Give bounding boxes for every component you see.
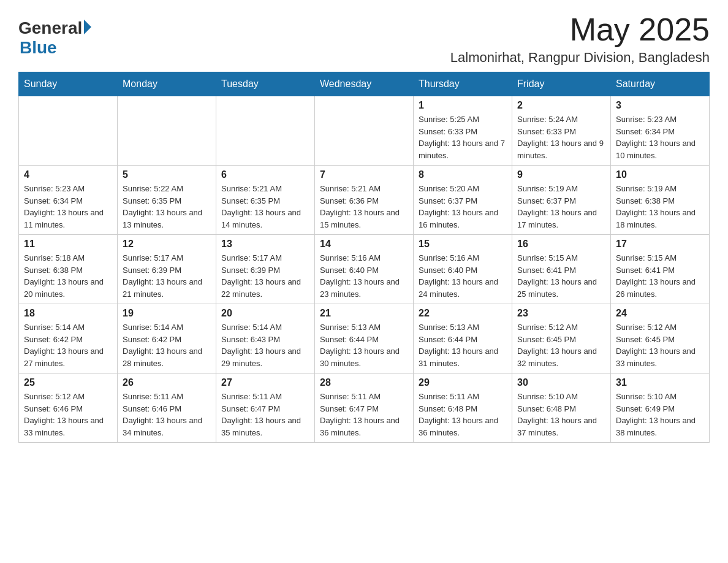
calendar-cell <box>118 96 216 166</box>
weekday-header-saturday: Saturday <box>611 72 710 96</box>
day-number: 2 <box>517 100 605 111</box>
calendar-cell: 26Sunrise: 5:11 AMSunset: 6:46 PMDayligh… <box>118 373 216 443</box>
day-info: Sunrise: 5:12 AMSunset: 6:45 PMDaylight:… <box>517 321 605 369</box>
day-number: 7 <box>320 169 408 180</box>
day-info: Sunrise: 5:18 AMSunset: 6:38 PMDaylight:… <box>24 252 112 300</box>
day-info: Sunrise: 5:19 AMSunset: 6:38 PMDaylight:… <box>616 183 704 231</box>
day-number: 20 <box>221 308 309 319</box>
day-number: 17 <box>616 239 704 250</box>
weekday-header-sunday: Sunday <box>19 72 118 96</box>
day-info: Sunrise: 5:24 AMSunset: 6:33 PMDaylight:… <box>517 113 605 161</box>
day-number: 16 <box>517 239 605 250</box>
day-info: Sunrise: 5:12 AMSunset: 6:45 PMDaylight:… <box>616 321 704 369</box>
day-info: Sunrise: 5:11 AMSunset: 6:48 PMDaylight:… <box>419 391 507 439</box>
calendar-cell: 10Sunrise: 5:19 AMSunset: 6:38 PMDayligh… <box>611 166 710 235</box>
logo-arrow-icon <box>84 20 91 34</box>
day-info: Sunrise: 5:23 AMSunset: 6:34 PMDaylight:… <box>24 183 112 231</box>
calendar-cell: 9Sunrise: 5:19 AMSunset: 6:37 PMDaylight… <box>512 166 611 235</box>
calendar-cell: 28Sunrise: 5:11 AMSunset: 6:47 PMDayligh… <box>315 373 414 443</box>
day-info: Sunrise: 5:22 AMSunset: 6:35 PMDaylight:… <box>123 183 211 231</box>
weekday-header-monday: Monday <box>118 72 216 96</box>
day-number: 13 <box>221 239 309 250</box>
calendar-cell: 23Sunrise: 5:12 AMSunset: 6:45 PMDayligh… <box>512 304 611 373</box>
calendar-cell: 11Sunrise: 5:18 AMSunset: 6:38 PMDayligh… <box>19 235 118 304</box>
day-info: Sunrise: 5:17 AMSunset: 6:39 PMDaylight:… <box>123 252 211 300</box>
calendar-week-5: 25Sunrise: 5:12 AMSunset: 6:46 PMDayligh… <box>19 373 710 443</box>
calendar-cell: 4Sunrise: 5:23 AMSunset: 6:34 PMDaylight… <box>19 166 118 235</box>
calendar-cell: 20Sunrise: 5:14 AMSunset: 6:43 PMDayligh… <box>216 304 315 373</box>
day-info: Sunrise: 5:25 AMSunset: 6:33 PMDaylight:… <box>419 113 507 161</box>
day-number: 14 <box>320 239 408 250</box>
weekday-header-row: SundayMondayTuesdayWednesdayThursdayFrid… <box>19 72 710 96</box>
page-header: General Blue May 2025 Lalmonirhat, Rangp… <box>18 12 710 66</box>
day-number: 6 <box>221 169 309 180</box>
day-info: Sunrise: 5:13 AMSunset: 6:44 PMDaylight:… <box>419 321 507 369</box>
day-number: 9 <box>517 169 605 180</box>
calendar-week-2: 4Sunrise: 5:23 AMSunset: 6:34 PMDaylight… <box>19 166 710 235</box>
calendar-cell: 14Sunrise: 5:16 AMSunset: 6:40 PMDayligh… <box>315 235 414 304</box>
calendar-cell: 22Sunrise: 5:13 AMSunset: 6:44 PMDayligh… <box>414 304 512 373</box>
day-number: 1 <box>419 100 507 111</box>
day-info: Sunrise: 5:12 AMSunset: 6:46 PMDaylight:… <box>24 391 112 439</box>
calendar-cell: 3Sunrise: 5:23 AMSunset: 6:34 PMDaylight… <box>611 96 710 166</box>
day-number: 4 <box>24 169 112 180</box>
calendar-week-4: 18Sunrise: 5:14 AMSunset: 6:42 PMDayligh… <box>19 304 710 373</box>
day-number: 22 <box>419 308 507 319</box>
day-number: 8 <box>419 169 507 180</box>
calendar-cell: 25Sunrise: 5:12 AMSunset: 6:46 PMDayligh… <box>19 373 118 443</box>
calendar-cell: 19Sunrise: 5:14 AMSunset: 6:42 PMDayligh… <box>118 304 216 373</box>
calendar-cell: 2Sunrise: 5:24 AMSunset: 6:33 PMDaylight… <box>512 96 611 166</box>
day-number: 25 <box>24 377 112 388</box>
day-info: Sunrise: 5:23 AMSunset: 6:34 PMDaylight:… <box>616 113 704 161</box>
calendar-cell: 31Sunrise: 5:10 AMSunset: 6:49 PMDayligh… <box>611 373 710 443</box>
day-info: Sunrise: 5:10 AMSunset: 6:49 PMDaylight:… <box>616 391 704 439</box>
day-number: 18 <box>24 308 112 319</box>
weekday-header-thursday: Thursday <box>414 72 512 96</box>
calendar-cell: 15Sunrise: 5:16 AMSunset: 6:40 PMDayligh… <box>414 235 512 304</box>
calendar-cell: 21Sunrise: 5:13 AMSunset: 6:44 PMDayligh… <box>315 304 414 373</box>
calendar-cell: 17Sunrise: 5:15 AMSunset: 6:41 PMDayligh… <box>611 235 710 304</box>
day-info: Sunrise: 5:11 AMSunset: 6:47 PMDaylight:… <box>221 391 309 439</box>
day-number: 28 <box>320 377 408 388</box>
day-number: 21 <box>320 308 408 319</box>
calendar-cell: 1Sunrise: 5:25 AMSunset: 6:33 PMDaylight… <box>414 96 512 166</box>
day-info: Sunrise: 5:10 AMSunset: 6:48 PMDaylight:… <box>517 391 605 439</box>
day-info: Sunrise: 5:14 AMSunset: 6:42 PMDaylight:… <box>123 321 211 369</box>
day-info: Sunrise: 5:13 AMSunset: 6:44 PMDaylight:… <box>320 321 408 369</box>
day-number: 19 <box>123 308 211 319</box>
day-info: Sunrise: 5:19 AMSunset: 6:37 PMDaylight:… <box>517 183 605 231</box>
calendar-cell <box>315 96 414 166</box>
day-number: 10 <box>616 169 704 180</box>
weekday-header-wednesday: Wednesday <box>315 72 414 96</box>
calendar-cell: 12Sunrise: 5:17 AMSunset: 6:39 PMDayligh… <box>118 235 216 304</box>
day-info: Sunrise: 5:21 AMSunset: 6:35 PMDaylight:… <box>221 183 309 231</box>
day-info: Sunrise: 5:17 AMSunset: 6:39 PMDaylight:… <box>221 252 309 300</box>
calendar-cell: 30Sunrise: 5:10 AMSunset: 6:48 PMDayligh… <box>512 373 611 443</box>
calendar-body: 1Sunrise: 5:25 AMSunset: 6:33 PMDaylight… <box>19 96 710 443</box>
day-info: Sunrise: 5:15 AMSunset: 6:41 PMDaylight:… <box>616 252 704 300</box>
day-number: 15 <box>419 239 507 250</box>
day-number: 26 <box>123 377 211 388</box>
calendar-cell: 27Sunrise: 5:11 AMSunset: 6:47 PMDayligh… <box>216 373 315 443</box>
day-number: 23 <box>517 308 605 319</box>
calendar-table: SundayMondayTuesdayWednesdayThursdayFrid… <box>18 72 710 443</box>
location-title: Lalmonirhat, Rangpur Division, Banglades… <box>450 50 710 66</box>
calendar-cell: 24Sunrise: 5:12 AMSunset: 6:45 PMDayligh… <box>611 304 710 373</box>
day-info: Sunrise: 5:15 AMSunset: 6:41 PMDaylight:… <box>517 252 605 300</box>
day-info: Sunrise: 5:20 AMSunset: 6:37 PMDaylight:… <box>419 183 507 231</box>
calendar-cell: 18Sunrise: 5:14 AMSunset: 6:42 PMDayligh… <box>19 304 118 373</box>
day-number: 5 <box>123 169 211 180</box>
calendar-cell: 13Sunrise: 5:17 AMSunset: 6:39 PMDayligh… <box>216 235 315 304</box>
day-info: Sunrise: 5:16 AMSunset: 6:40 PMDaylight:… <box>320 252 408 300</box>
calendar-cell <box>19 96 118 166</box>
calendar-cell: 6Sunrise: 5:21 AMSunset: 6:35 PMDaylight… <box>216 166 315 235</box>
day-info: Sunrise: 5:21 AMSunset: 6:36 PMDaylight:… <box>320 183 408 231</box>
day-number: 29 <box>419 377 507 388</box>
calendar-cell: 5Sunrise: 5:22 AMSunset: 6:35 PMDaylight… <box>118 166 216 235</box>
day-number: 31 <box>616 377 704 388</box>
logo-general-text: General <box>18 18 82 38</box>
day-number: 11 <box>24 239 112 250</box>
logo: General Blue <box>18 18 91 58</box>
title-block: May 2025 Lalmonirhat, Rangpur Division, … <box>450 12 710 66</box>
calendar-cell <box>216 96 315 166</box>
